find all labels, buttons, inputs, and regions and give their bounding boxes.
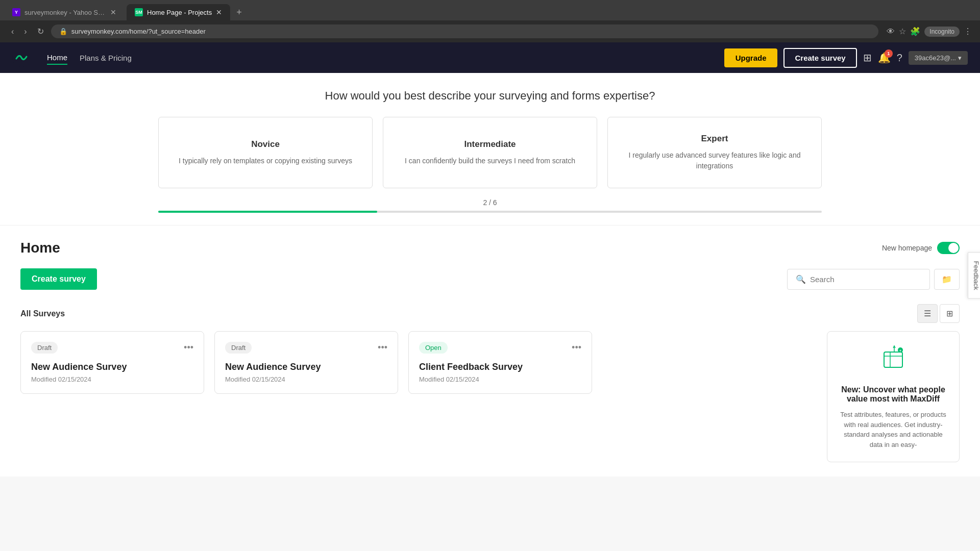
survey-card-header: Draft ••• <box>225 342 387 354</box>
expert-title: Expert <box>701 134 728 144</box>
notifications-button[interactable]: 🔔 1 <box>878 52 891 64</box>
address-bar[interactable]: 🔒 surveymonkey.com/home/?ut_source=heade… <box>51 24 879 38</box>
more-options-button[interactable]: ••• <box>378 342 387 353</box>
list-view-button[interactable]: ☰ <box>917 304 938 323</box>
extension-icon[interactable]: 🧩 <box>910 27 920 36</box>
toggle-knob <box>948 243 959 253</box>
tab-close-yahoo[interactable]: ✕ <box>110 8 116 16</box>
progress-container: 2 / 6 <box>158 198 822 213</box>
progress-bar-bg <box>158 211 822 213</box>
survey-cards-container: Draft ••• New Audience Survey Modified 0… <box>20 331 817 394</box>
create-survey-header-button[interactable]: Create survey <box>783 48 856 68</box>
survey-card[interactable]: Draft ••• New Audience Survey Modified 0… <box>214 331 398 394</box>
survey-card[interactable]: Draft ••• New Audience Survey Modified 0… <box>20 331 204 394</box>
app-header: Home Plans & Pricing Upgrade Create surv… <box>0 42 980 73</box>
help-button[interactable]: ? <box>897 52 902 64</box>
header-nav: Home Plans & Pricing <box>47 51 132 65</box>
eye-icon: 👁 <box>887 27 895 36</box>
question-icon: ? <box>897 52 902 63</box>
survey-modified: Modified 02/15/2024 <box>419 375 581 383</box>
folder-button[interactable]: 📁 <box>934 269 960 290</box>
progress-indicator: 2 / 6 <box>158 198 822 207</box>
all-surveys-header: All Surveys ☰ ⊞ <box>20 304 960 323</box>
logo-svg <box>12 48 31 67</box>
user-email: 39ac6e23@... <box>915 54 956 62</box>
incognito-badge: Incognito <box>924 27 960 37</box>
user-menu[interactable]: 39ac6e23@... ▾ <box>909 51 968 65</box>
nav-plans[interactable]: Plans & Pricing <box>80 52 132 64</box>
main-content: Home New homepage Create survey 🔍 <box>0 226 980 477</box>
intermediate-desc: I can confidently build the surveys I ne… <box>405 156 575 166</box>
promo-title: New: Uncover what people value most with… <box>840 385 947 404</box>
new-homepage-toggle: New homepage <box>882 242 960 254</box>
new-homepage-label: New homepage <box>882 244 932 252</box>
browser-tab-sm[interactable]: SM Home Page - Projects ✕ <box>127 4 230 20</box>
progress-bar-fill <box>158 211 377 213</box>
search-icon: 🔍 <box>796 274 806 284</box>
favicon-sm: SM <box>135 8 143 16</box>
status-badge: Draft <box>31 342 58 354</box>
folder-icon: 📁 <box>942 275 952 284</box>
grid-icon: ⊞ <box>863 52 872 63</box>
star-icon[interactable]: ☆ <box>899 27 906 36</box>
status-badge: Open <box>419 342 448 354</box>
quiz-section: How would you best describe your surveyi… <box>0 73 980 226</box>
settings-icon[interactable]: ⋮ <box>964 27 972 36</box>
view-toggle: ☰ ⊞ <box>917 304 960 323</box>
search-input[interactable] <box>810 275 921 284</box>
intermediate-title: Intermediate <box>464 139 516 149</box>
new-tab-button[interactable]: + <box>232 5 246 20</box>
browser-tab-yahoo[interactable]: Y surveymonkey - Yahoo Search ✕ <box>4 4 125 20</box>
quiz-option-intermediate[interactable]: Intermediate I can confidently build the… <box>383 117 597 188</box>
browser-window: Y surveymonkey - Yahoo Search ✕ SM Home … <box>0 0 980 477</box>
grid-view-button[interactable]: ⊞ <box>940 304 960 323</box>
survey-card-header: Draft ••• <box>31 342 193 354</box>
browser-nav-icons: 👁 ☆ 🧩 Incognito ⋮ <box>887 27 972 37</box>
survey-name: New Audience Survey <box>225 362 387 372</box>
nav-home[interactable]: Home <box>47 51 67 65</box>
svg-rect-1 <box>884 352 902 367</box>
forward-button[interactable]: › <box>21 25 30 38</box>
logo[interactable] <box>12 48 31 67</box>
quiz-title: How would you best describe your surveyi… <box>12 89 968 103</box>
tab-close-sm[interactable]: ✕ <box>216 8 222 16</box>
quiz-option-expert[interactable]: Expert I regularly use advanced survey f… <box>607 117 822 188</box>
survey-modified: Modified 02/15/2024 <box>31 375 193 383</box>
browser-nav-bar: ‹ › ↻ 🔒 surveymonkey.com/home/?ut_source… <box>0 20 980 42</box>
quiz-option-novice[interactable]: Novice I typically rely on templates or … <box>158 117 373 188</box>
grid-icon-button[interactable]: ⊞ <box>863 52 872 64</box>
chevron-down-icon: ▾ <box>958 54 962 62</box>
expert-desc: I regularly use advanced survey features… <box>620 150 809 171</box>
maxdiff-icon: + <box>878 344 909 374</box>
survey-name: New Audience Survey <box>31 362 193 372</box>
refresh-button[interactable]: ↻ <box>34 24 47 38</box>
promo-panel: + New: Uncover what people value most wi… <box>827 331 960 462</box>
create-survey-button[interactable]: Create survey <box>20 268 97 290</box>
novice-desc: I typically rely on templates or copying… <box>179 156 352 166</box>
all-surveys-label: All Surveys <box>20 309 65 318</box>
survey-card[interactable]: Open ••• Client Feedback Survey Modified… <box>408 331 592 394</box>
survey-modified: Modified 02/15/2024 <box>225 375 387 383</box>
promo-desc: Test attributes, features, or products w… <box>840 410 947 449</box>
promo-icon: + <box>878 344 909 379</box>
home-title: Home <box>20 240 60 256</box>
tab-bar: Y surveymonkey - Yahoo Search ✕ SM Home … <box>0 0 980 20</box>
toggle-switch[interactable] <box>937 242 960 254</box>
home-toolbar: Create survey 🔍 📁 <box>20 268 960 290</box>
survey-name: Client Feedback Survey <box>419 362 581 372</box>
novice-title: Novice <box>251 139 280 149</box>
more-options-button[interactable]: ••• <box>572 342 581 353</box>
surveys-row: Draft ••• New Audience Survey Modified 0… <box>20 331 960 462</box>
search-box[interactable]: 🔍 <box>787 269 930 290</box>
tab-label-sm: Home Page - Projects <box>147 9 212 16</box>
header-right: Upgrade Create survey ⊞ 🔔 1 ? 39ac6e23@.… <box>724 48 968 68</box>
quiz-options: Novice I typically rely on templates or … <box>158 117 822 188</box>
status-badge: Draft <box>225 342 252 354</box>
tab-label-yahoo: surveymonkey - Yahoo Search <box>24 9 106 16</box>
address-text: surveymonkey.com/home/?ut_source=header <box>71 28 206 35</box>
more-options-button[interactable]: ••• <box>184 342 193 353</box>
feedback-tab[interactable]: Feedback <box>968 252 980 298</box>
notifications-badge: 1 <box>885 49 893 58</box>
upgrade-button[interactable]: Upgrade <box>724 48 778 67</box>
back-button[interactable]: ‹ <box>8 25 17 38</box>
